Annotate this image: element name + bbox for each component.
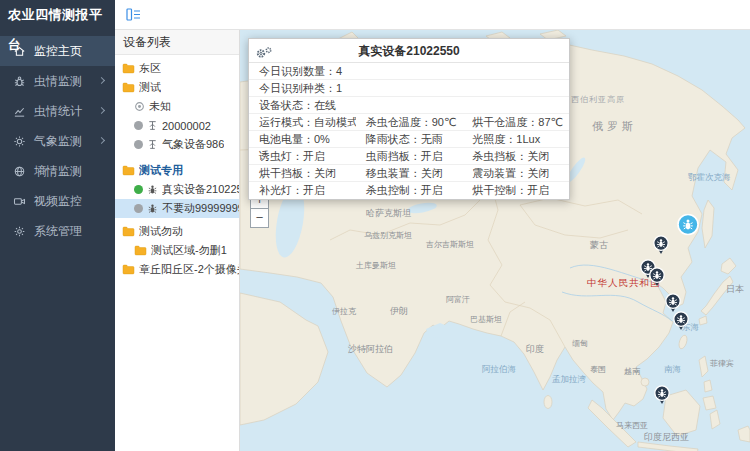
- device-tree: 东区 测试 未知 20000002 气象设备986 测试专用 真实设备21022…: [115, 55, 239, 279]
- map-label-saudi-arabia: 沙特阿拉伯: [347, 344, 393, 354]
- popup-header: 真实设备21022550: [249, 39, 569, 63]
- main-sidebar: 监控主页 虫情监测 虫情统计 气象监测 墒情监测 视频监控 系统管理: [0, 30, 115, 451]
- sidebar-item-label: 虫情统计: [34, 103, 82, 120]
- status-cell: 烘干挡板：关闭: [249, 165, 356, 181]
- status-cell: 震动装置：关闭: [462, 165, 569, 181]
- status-cell: 杀虫挡板：关闭: [462, 148, 569, 164]
- map-canvas[interactable]: 俄罗斯 西西伯利亚平原 中西伯利亚高原 鄂霍次克海 哈萨克斯坦 蒙古 中华人民共…: [240, 30, 750, 451]
- tree-device-20000002[interactable]: 20000002: [115, 116, 239, 135]
- tree-device-donttouch-99999999[interactable]: 不要动99999999: [115, 199, 239, 218]
- weather-station-icon: [147, 139, 158, 150]
- folder-icon: [122, 82, 135, 93]
- device-info-popup: 真实设备21022550 今日识别数量：4 今日识别种类：1 设备状态：在线 运…: [248, 38, 570, 200]
- tree-device-weather-986[interactable]: 气象设备986: [115, 135, 239, 154]
- status-cell: 烘干控制：开启: [462, 182, 569, 199]
- tree-folder-zhangqiu-cameras[interactable]: 章丘阳丘区-2个摄像头: [115, 260, 239, 279]
- map-label-myanmar: 缅甸: [572, 339, 588, 348]
- settings-gears-icon[interactable]: [255, 44, 273, 58]
- map-label-thailand: 泰国: [590, 365, 606, 374]
- tree-folder-east-area[interactable]: 东区: [115, 59, 239, 78]
- map-label-uzbekistan: 乌兹别克斯坦: [364, 231, 412, 240]
- app-title: 农业四情测报平台: [0, 0, 115, 30]
- stat-today-count: 今日识别数量：4: [249, 63, 569, 80]
- status-grid-row: 电池电量：0% 降雨状态：无雨 光照度：1Lux: [249, 131, 569, 148]
- folder-icon: [122, 264, 135, 275]
- status-cell: 降雨状态：无雨: [356, 131, 463, 147]
- map-label-vietnam: 越南: [624, 367, 641, 376]
- stat-device-status: 设备状态：在线: [249, 97, 569, 114]
- sidebar-item-label: 虫情监测: [34, 73, 82, 90]
- device-cluster-icon[interactable]: [677, 214, 699, 239]
- tree-folder-test-dedicated[interactable]: 测试专用: [115, 161, 239, 180]
- sidebar-item-label: 墒情监测: [34, 163, 82, 180]
- tree-folder-test-nomove[interactable]: 测试勿动: [115, 222, 239, 241]
- device-pin-icon[interactable]: [654, 385, 671, 408]
- map-label-afghanistan: 阿富汗: [446, 295, 470, 304]
- map-label-bay-of-bengal: 孟加拉湾: [552, 374, 587, 384]
- globe-icon: [13, 165, 26, 178]
- bug-icon: [13, 75, 26, 88]
- sidebar-item-soil-moisture[interactable]: 墒情监测: [0, 156, 115, 186]
- folder-icon: [122, 165, 135, 176]
- tree-device-real-21022550[interactable]: 真实设备21022550: [115, 180, 239, 199]
- gear-icon: [13, 225, 26, 238]
- weather-station-icon: [147, 120, 158, 131]
- status-cell: 诱虫灯：开启: [249, 148, 356, 164]
- status-cell: 杀虫仓温度：90℃: [356, 114, 463, 130]
- sidebar-item-insect-monitor[interactable]: 虫情监测: [0, 66, 115, 96]
- stat-today-species: 今日识别种类：1: [249, 80, 569, 97]
- collapse-layout-icon[interactable]: [126, 7, 141, 22]
- tree-folder-test-region-1[interactable]: 测试区域-勿删1: [115, 241, 239, 260]
- status-grid-row: 补光灯：开启 杀虫控制：开启 烘干控制：开启: [249, 182, 569, 199]
- sidebar-item-label: 系统管理: [34, 223, 82, 240]
- tree-folder-test[interactable]: 测试: [115, 78, 239, 97]
- map-label-kyrgyzstan: 吉尔吉斯斯坦: [426, 240, 474, 249]
- map-label-turkmenistan: 土库曼斯坦: [355, 261, 396, 270]
- map-label-south-china-sea: 南海: [664, 364, 682, 374]
- status-dot-offline: [134, 140, 143, 149]
- map-label-philippines: 菲律宾: [710, 359, 734, 368]
- sidebar-item-label: 气象监测: [34, 133, 82, 150]
- device-list-title: 设备列表: [115, 30, 239, 55]
- sidebar-item-label: 监控主页: [34, 43, 82, 60]
- status-cell: 移虫装置：关闭: [356, 165, 463, 181]
- map-label-indonesia: 印度尼西亚: [644, 432, 689, 442]
- target-icon: [134, 101, 145, 112]
- sidebar-item-weather-monitor[interactable]: 气象监测: [0, 126, 115, 156]
- zoom-out-button[interactable]: −: [250, 209, 269, 228]
- map-label-sea-of-okhotsk: 鄂霍次克海: [688, 172, 731, 182]
- popup-title: 真实设备21022550: [358, 44, 459, 58]
- sidebar-item-system-management[interactable]: 系统管理: [0, 216, 115, 246]
- sidebar-item-label: 视频监控: [34, 193, 82, 210]
- sidebar-item-insect-stats[interactable]: 虫情统计: [0, 96, 115, 126]
- folder-icon: [122, 63, 135, 74]
- map-label-central-siberian-plateau: 中西伯利亚高原: [562, 95, 625, 104]
- status-grid-row: 运行模式：自动模式 杀虫仓温度：90℃ 烘干仓温度：87℃: [249, 114, 569, 131]
- device-pin-icon[interactable]: [649, 267, 666, 290]
- insect-device-icon: [147, 203, 158, 214]
- map-label-kazakhstan: 哈萨克斯坦: [366, 208, 411, 218]
- device-pin-icon[interactable]: [653, 235, 670, 258]
- map-label-pakistan: 巴基斯坦: [470, 315, 502, 324]
- folder-icon: [122, 226, 135, 237]
- status-cell: 运行模式：自动模式: [249, 114, 356, 130]
- video-camera-icon: [13, 195, 26, 208]
- device-list-panel: 设备列表 东区 测试 未知 20000002 气象设备986 测试专用: [115, 30, 240, 451]
- device-pin-icon[interactable]: [673, 311, 690, 334]
- insect-device-icon: [147, 184, 158, 195]
- status-cell: 杀虫控制：开启: [356, 182, 463, 199]
- status-cell: 电池电量：0%: [249, 131, 356, 147]
- map-label-mongolia: 蒙古: [590, 240, 608, 250]
- sidebar-item-video-surveillance[interactable]: 视频监控: [0, 186, 115, 216]
- status-cell: 烘干仓温度：87℃: [462, 114, 569, 130]
- map-label-russia: 俄罗斯: [592, 120, 637, 132]
- status-grid-row: 诱虫灯：开启 虫雨挡板：开启 杀虫挡板：关闭: [249, 148, 569, 165]
- status-grid-row: 烘干挡板：关闭 移虫装置：关闭 震动装置：关闭: [249, 165, 569, 182]
- map-label-iran: 伊朗: [390, 306, 408, 316]
- map-label-india: 印度: [526, 344, 544, 354]
- chevron-right-icon: [98, 137, 105, 144]
- status-dot-offline: [134, 204, 143, 213]
- tree-item-unknown[interactable]: 未知: [115, 97, 239, 116]
- map-label-malaysia: 马来西亚: [616, 421, 648, 430]
- chevron-right-icon: [98, 107, 105, 114]
